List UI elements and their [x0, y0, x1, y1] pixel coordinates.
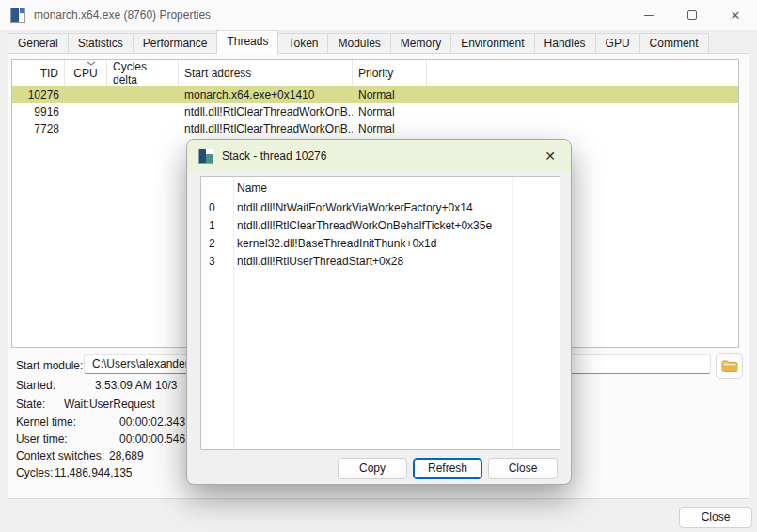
browse-start-module-button[interactable] — [716, 353, 743, 379]
user-time-value: 00:00:00.546 — [119, 432, 185, 446]
sort-descending-icon — [86, 60, 97, 67]
state-label: State: — [16, 398, 45, 411]
cell-cycles-delta — [107, 120, 179, 137]
frame-index: 3 — [209, 253, 215, 271]
tab-gpu[interactable]: GPU — [596, 33, 640, 54]
maximize-icon — [687, 10, 697, 20]
stack-rows: 0 ntdll.dll!NtWaitForWorkViaWorkerFactor… — [201, 199, 560, 271]
cell-start-address: ntdll.dll!RtlClearThreadWorkOnB... — [179, 120, 353, 137]
stack-frame-list[interactable]: Name 0 ntdll.dll!NtWaitForWorkViaWorkerF… — [200, 176, 560, 450]
process-hacker-app-icon — [10, 8, 25, 23]
cycles-value: 11,486,944,135 — [55, 466, 133, 479]
stack-dialog: Stack - thread 10276 ✕ Name 0 ntdll.dll!… — [186, 139, 572, 485]
window-title: monarch.x64.exe (8760) Properties — [34, 8, 211, 22]
kernel-time-value: 00:00:02.343 — [119, 415, 185, 429]
cell-start-address: ntdll.dll!RtlClearThreadWorkOnB... — [179, 103, 353, 120]
context-switches-value: 28,689 — [109, 449, 144, 462]
close-icon: ✕ — [731, 8, 741, 23]
cell-start-address: monarch.x64.exe+0x1410 — [179, 86, 353, 103]
cycles-label: Cycles: — [16, 466, 53, 479]
stack-frame-row[interactable]: 1 ntdll.dll!RtlClearThreadWorkOnBehalfTi… — [201, 217, 560, 235]
cell-cpu — [65, 103, 107, 120]
column-header-tid[interactable]: TID — [12, 60, 65, 86]
tab-strip: General Statistics Performance Threads T… — [8, 31, 709, 54]
window-titlebar: monarch.x64.exe (8760) Properties ✕ — [0, 0, 757, 30]
stack-close-button[interactable]: Close — [488, 458, 558, 479]
cell-tid: 10276 — [12, 86, 65, 103]
copy-button[interactable]: Copy — [338, 458, 407, 479]
column-header-start-address[interactable]: Start address — [179, 60, 353, 86]
tab-handles[interactable]: Handles — [535, 33, 596, 54]
threads-list-header: TID CPU Cycles delta Start address Prior… — [12, 60, 738, 86]
kernel-time-label: Kernel time: — [16, 415, 76, 429]
user-time-label: User time: — [16, 432, 68, 446]
minimize-icon — [644, 15, 654, 16]
stack-frame-row[interactable]: 0 ntdll.dll!NtWaitForWorkViaWorkerFactor… — [201, 199, 560, 217]
refresh-button[interactable]: Refresh — [413, 458, 482, 479]
frame-name: ntdll.dll!RtlUserThreadStart+0x28 — [237, 253, 403, 271]
column-header-priority[interactable]: Priority — [353, 60, 427, 86]
stack-dialog-titlebar: Stack - thread 10276 ✕ — [187, 140, 571, 172]
column-header-cycles-delta[interactable]: Cycles delta — [107, 60, 179, 86]
tab-performance[interactable]: Performance — [134, 33, 218, 54]
started-value: 3:53:09 AM 10/3 — [95, 379, 177, 392]
thread-row-10276[interactable]: 10276 monarch.x64.exe+0x1410 Normal — [12, 86, 738, 103]
thread-row-9916[interactable]: 9916 ntdll.dll!RtlClearThreadWorkOnB... … — [12, 103, 738, 120]
frame-index: 2 — [209, 235, 215, 253]
stack-dialog-close-button[interactable]: ✕ — [529, 140, 571, 172]
tab-environment[interactable]: Environment — [451, 33, 534, 54]
state-value: Wait:UserRequest — [64, 398, 155, 411]
close-window-button[interactable]: ✕ — [714, 0, 757, 30]
frame-index: 0 — [209, 199, 215, 217]
frame-name: ntdll.dll!RtlClearThreadWorkOnBehalfTick… — [237, 217, 492, 235]
window-controls: ✕ — [627, 0, 757, 30]
tab-threads[interactable]: Threads — [216, 30, 278, 54]
cell-priority: Normal — [353, 103, 427, 120]
stack-dialog-title: Stack - thread 10276 — [222, 149, 326, 163]
start-module-label: Start module: — [16, 359, 83, 372]
cell-cycles-delta — [107, 103, 179, 120]
stack-frame-row[interactable]: 3 ntdll.dll!RtlUserThreadStart+0x28 — [201, 253, 560, 271]
minimize-button[interactable] — [627, 0, 670, 30]
stack-dialog-icon — [198, 149, 213, 164]
cell-tid: 9916 — [12, 103, 65, 120]
folder-icon — [721, 359, 738, 373]
frame-index: 1 — [209, 217, 215, 235]
tab-general[interactable]: General — [8, 33, 69, 54]
cell-priority: Normal — [353, 120, 427, 137]
started-label: Started: — [16, 379, 55, 392]
thread-row-7728[interactable]: 7728 ntdll.dll!RtlClearThreadWorkOnB... … — [12, 120, 738, 137]
cell-cycles-delta — [107, 86, 179, 103]
maximize-button[interactable] — [670, 0, 714, 30]
tab-statistics[interactable]: Statistics — [69, 33, 134, 54]
frame-name: ntdll.dll!NtWaitForWorkViaWorkerFactory+… — [237, 199, 473, 217]
context-switches-label: Context switches: — [16, 449, 104, 462]
properties-close-button[interactable]: Close — [679, 507, 752, 528]
cell-cpu — [65, 120, 107, 137]
close-icon: ✕ — [544, 149, 556, 164]
tab-comment[interactable]: Comment — [640, 33, 709, 54]
tab-memory[interactable]: Memory — [391, 33, 451, 54]
cell-cpu — [65, 86, 107, 103]
cell-tid: 7728 — [12, 120, 65, 137]
stack-column-header-name[interactable]: Name — [237, 181, 267, 195]
tab-token[interactable]: Token — [278, 33, 328, 54]
stack-frame-row[interactable]: 2 kernel32.dll!BaseThreadInitThunk+0x1d — [201, 235, 560, 253]
frame-name: kernel32.dll!BaseThreadInitThunk+0x1d — [237, 235, 436, 253]
tab-modules[interactable]: Modules — [328, 33, 390, 54]
cell-priority: Normal — [353, 86, 427, 103]
